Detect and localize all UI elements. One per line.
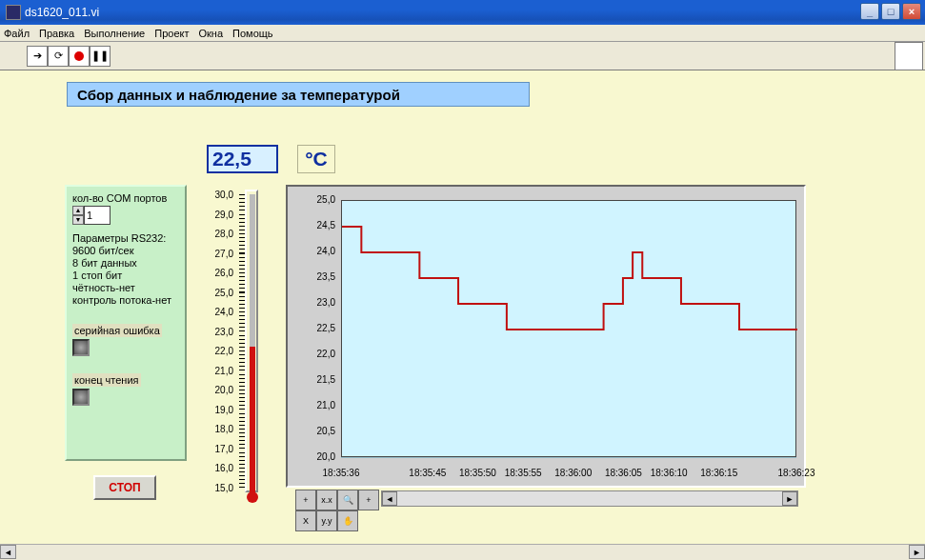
com-port-label: кол-во COM портов (72, 192, 179, 204)
win-scroll-right-icon[interactable]: ► (909, 545, 925, 559)
settings-panel: кол-во COM портов ▲ ▼ Параметры RS232: 9… (65, 185, 187, 461)
thermo-tick: 27,0 (207, 249, 233, 259)
chart-ytick: 22,0 (288, 349, 335, 359)
app-icon (6, 5, 21, 20)
thermometer-bulb (247, 491, 258, 503)
palette-xformat-icon[interactable]: x.x (316, 490, 337, 510)
window-title: ds1620_011.vi (25, 6, 99, 19)
palette-x-icon[interactable]: X (295, 510, 316, 531)
thermo-tick: 26,0 (207, 268, 233, 278)
chart-xtick: 18:35:45 (409, 468, 446, 478)
thermo-tick: 29,0 (207, 210, 233, 220)
menu-project[interactable]: Проект (154, 28, 189, 39)
menu-run[interactable]: Выполнение (84, 28, 145, 39)
chart-xtick: 18:35:36 (323, 468, 360, 478)
thermo-tick: 15,0 (207, 483, 233, 493)
toolbar: ➔ ⟳ ❚❚ (0, 42, 925, 70)
chart-xtick: 18:35:50 (459, 468, 496, 478)
temperature-chart: 25,024,524,023,523,022,522,021,521,020,5… (286, 185, 806, 488)
temperature-display: 22,5 (207, 145, 278, 173)
chart-ytick: 24,0 (288, 246, 335, 256)
chart-ytick: 23,0 (288, 297, 335, 308)
icon-pane[interactable] (895, 42, 923, 70)
thermo-tick: 25,0 (207, 288, 233, 298)
menu-file[interactable]: Файл (4, 28, 30, 39)
serial-error-label: серийная ошибка (72, 324, 162, 337)
thermo-tick: 18,0 (207, 424, 233, 434)
thermo-tick: 21,0 (207, 366, 233, 376)
graph-palette[interactable]: + X x.x y.y 🔍 ✋ + (295, 490, 379, 531)
thermo-tick: 16,0 (207, 463, 233, 473)
end-read-label: конец чтения (72, 373, 141, 387)
titlebar: ds1620_011.vi _ □ × (0, 0, 925, 25)
run-button[interactable]: ➔ (27, 46, 48, 67)
chart-xtick: 18:35:55 (505, 468, 542, 478)
scroll-left-icon[interactable]: ◄ (382, 491, 397, 506)
chart-xtick: 18:36:15 (700, 468, 737, 478)
spin-up-icon[interactable]: ▲ (72, 206, 84, 215)
maximize-button[interactable]: □ (881, 3, 900, 20)
thermo-tick: 22,0 (207, 346, 233, 356)
chart-ytick: 20,5 (288, 426, 335, 436)
menu-windows[interactable]: Окна (198, 28, 223, 39)
chart-ytick: 21,5 (288, 374, 335, 385)
stop-button[interactable]: СТОП (93, 475, 156, 500)
chart-ytick: 23,5 (288, 271, 335, 282)
chart-ytick: 25,0 (288, 194, 335, 205)
thermo-tick: 23,0 (207, 327, 233, 337)
chart-xtick: 18:36:23 (778, 468, 815, 478)
thermometer-fill (250, 347, 255, 493)
thermometer: 30,029,028,027,026,025,024,023,022,021,0… (207, 185, 266, 509)
serial-error-led (72, 339, 90, 356)
temperature-unit: °C (297, 145, 335, 173)
close-button[interactable]: × (902, 3, 921, 20)
thermo-tick: 20,0 (207, 385, 233, 395)
rs232-params: Параметры RS232: 9600 бит/сек 8 бит данн… (72, 232, 179, 307)
front-panel: Сбор данных и наблюдение за температурой… (0, 70, 925, 556)
thermo-tick: 24,0 (207, 307, 233, 317)
minimize-button[interactable]: _ (860, 3, 879, 20)
chart-xtick: 18:36:05 (605, 468, 642, 478)
chart-scrollbar[interactable]: ◄ ► (381, 490, 798, 507)
scroll-right-icon[interactable]: ► (782, 491, 797, 506)
menubar: Файл Правка Выполнение Проект Окна Помощ… (0, 25, 925, 42)
spin-down-icon[interactable]: ▼ (72, 215, 84, 225)
chart-xtick: 18:36:00 (554, 468, 592, 478)
palette-plus-icon[interactable]: + (358, 490, 379, 510)
thermo-tick: 19,0 (207, 405, 233, 415)
palette-yformat-icon[interactable]: y.y (316, 510, 337, 531)
abort-button[interactable] (69, 46, 90, 67)
chart-ytick: 20,0 (288, 451, 335, 462)
thermo-tick: 17,0 (207, 444, 233, 454)
menu-help[interactable]: Помощь (232, 28, 273, 39)
palette-zoom-icon[interactable]: 🔍 (337, 490, 358, 510)
pause-button[interactable]: ❚❚ (90, 46, 111, 67)
chart-ytick: 21,0 (288, 400, 335, 410)
page-title: Сбор данных и наблюдение за температурой (67, 82, 530, 107)
end-read-led (72, 389, 90, 406)
com-port-input[interactable] (84, 206, 111, 225)
chart-ytick: 22,5 (288, 323, 335, 333)
run-cont-button[interactable]: ⟳ (48, 46, 69, 67)
win-scroll-left-icon[interactable]: ◄ (0, 545, 16, 559)
palette-cursor-icon[interactable]: + (295, 490, 316, 510)
thermo-tick: 30,0 (207, 190, 233, 200)
window-scrollbar[interactable]: ◄ ► (0, 544, 925, 560)
menu-edit[interactable]: Правка (39, 28, 74, 39)
palette-pan-icon[interactable]: ✋ (337, 510, 358, 531)
com-port-spinner[interactable]: ▲ ▼ (72, 206, 179, 225)
chart-xtick: 18:36:10 (651, 468, 688, 478)
chart-ytick: 24,5 (288, 220, 335, 230)
thermo-tick: 28,0 (207, 229, 233, 239)
chart-line (342, 227, 797, 330)
